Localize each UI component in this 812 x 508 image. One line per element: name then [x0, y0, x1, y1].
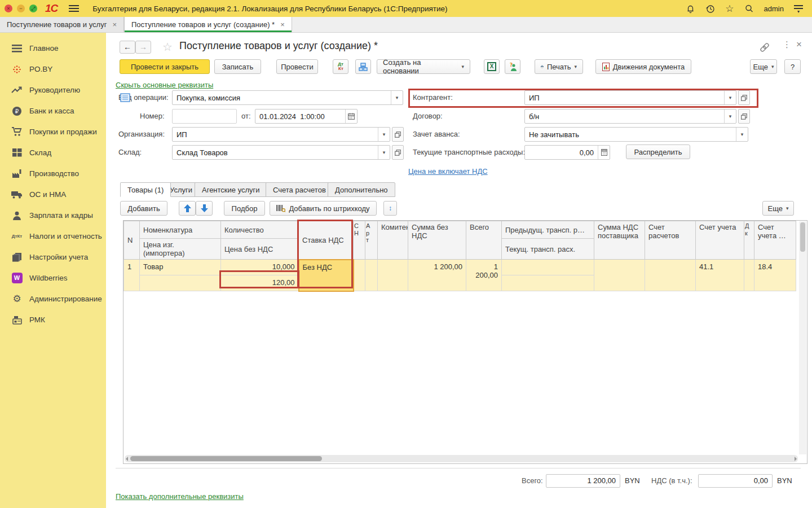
contract-input[interactable]: б/н ▾ [524, 109, 736, 124]
cell-komitent[interactable] [378, 260, 408, 291]
sidebar-item-administrirovanie[interactable]: ⚙ Администрирование [0, 288, 106, 309]
grid-tab-tovary[interactable]: Товары (1) [120, 182, 171, 197]
calendar-icon[interactable] [345, 110, 357, 123]
excel-export-button[interactable]: X [484, 59, 500, 74]
dt-kt-button[interactable]: ДтКт [333, 59, 348, 74]
current-user[interactable]: admin [764, 5, 784, 13]
sidebar-item-pokupki-prodazhi[interactable]: Покупки и продажи [0, 121, 106, 142]
sidebar-item-glavnoe[interactable]: Главное [0, 38, 106, 59]
cell-account[interactable]: 41.1 [696, 260, 744, 291]
cell-total[interactable]: 1 200,00 [466, 260, 502, 291]
tab-receipt-list[interactable]: Поступление товаров и услуг × [0, 17, 124, 32]
grid-more-button[interactable]: Еще ▾ [762, 201, 794, 216]
form-close-icon[interactable]: × [796, 39, 802, 50]
window-close-icon[interactable]: × [5, 5, 12, 12]
sidebar-item-rmk[interactable]: РМК [0, 309, 106, 330]
row-up-button[interactable] [179, 201, 196, 216]
sidebar-item-nalogi[interactable]: Дт Кт Налоги и отчетность [0, 226, 106, 247]
cell-vat-rate-selected[interactable]: Без НДС [299, 260, 354, 291]
grid-pick-button[interactable]: Подбор [224, 201, 265, 216]
organization-input[interactable]: ИП ▾ [172, 127, 390, 142]
nav-forward-button[interactable]: → [135, 41, 151, 54]
tab-close-icon[interactable]: × [112, 20, 117, 29]
sidebar-item-zarplata-kadry[interactable]: Зарплата и кадры [0, 205, 106, 226]
cell-manufacturer-price[interactable] [140, 275, 221, 291]
sidebar-item-sklad[interactable]: Склад [0, 142, 106, 163]
sidebar-item-proizvodstvo[interactable]: Производство [0, 163, 106, 184]
window-zoom-icon[interactable]: ⤢ [29, 5, 37, 12]
sidebar-item-wildberries[interactable]: W Wildberries [0, 268, 106, 288]
cell-sum-no-vat[interactable]: 1 200,00 [408, 260, 466, 291]
show-additional-requisites-link[interactable]: Показать дополнительные реквизиты [116, 492, 244, 501]
cell-prev-transport[interactable] [502, 260, 594, 275]
dropdown-caret-icon[interactable]: ▾ [378, 146, 390, 159]
favorite-star-icon[interactable]: ☆ [162, 40, 173, 54]
favorites-star-icon[interactable]: ☆ [725, 3, 734, 15]
doc-movements-button[interactable]: Движения документа [595, 59, 691, 74]
cell-quantity[interactable]: 10,000 [221, 260, 299, 275]
search-icon[interactable] [744, 4, 754, 14]
dropdown-caret-icon[interactable]: ▾ [724, 91, 736, 104]
print-button[interactable]: Печать ▾ [535, 59, 583, 74]
cell-settlement-account[interactable] [645, 260, 696, 291]
dropdown-caret-icon[interactable]: ▾ [391, 91, 403, 104]
user-menu-icon[interactable]: ▾ [794, 5, 803, 13]
grid-tab-scheta[interactable]: Счета расчетов [266, 182, 333, 197]
cell-n[interactable]: 1 [124, 260, 140, 291]
cell-supplier-vat[interactable] [594, 260, 645, 291]
row-height-button[interactable]: ↕ [383, 201, 397, 216]
consultant-help-button[interactable]: ? [505, 59, 520, 74]
grid-barcode-button[interactable]: Добавить по штрихкоду [270, 201, 377, 216]
warehouse-input[interactable]: Склад Товаров ▾ [172, 145, 390, 160]
cell-price-no-vat[interactable]: 120,00 [221, 275, 299, 291]
main-menu-icon[interactable] [69, 5, 79, 12]
sidebar-item-rukovoditelyu[interactable]: Руководителю [0, 80, 106, 100]
organization-open-button[interactable] [392, 127, 404, 142]
grid-add-button[interactable]: Добавить [120, 201, 167, 216]
calculator-icon[interactable] [598, 146, 610, 159]
cell-dk[interactable] [744, 260, 754, 291]
sidebar-item-os-nma[interactable]: ОС и НМА [0, 184, 106, 205]
number-list-icon[interactable] [120, 93, 130, 102]
cell-sn[interactable] [354, 260, 365, 291]
get-link-icon[interactable] [759, 42, 770, 53]
contractor-input[interactable]: ИП ▾ [524, 90, 736, 105]
dropdown-caret-icon[interactable]: ▾ [378, 128, 390, 141]
grid-tab-dopolnitelno[interactable]: Дополнительно [328, 182, 395, 197]
related-documents-button[interactable] [355, 59, 371, 74]
window-minimize-icon[interactable]: − [17, 5, 25, 12]
nav-back-button[interactable]: ← [120, 41, 135, 54]
operation-select[interactable]: Покупка, комиссия ▾ [172, 90, 403, 105]
hide-requisites-link[interactable]: Скрыть основные реквизиты [116, 81, 213, 89]
vat-mode-link[interactable]: Цена не включает НДС [408, 167, 488, 176]
create-on-basis-button[interactable]: Создать на основании ▾ [377, 59, 470, 74]
grid-tab-agentskie[interactable]: Агентские услуги [195, 182, 267, 197]
contract-open-button[interactable] [738, 109, 750, 124]
sidebar-item-nastroyki[interactable]: Настройки учета [0, 247, 106, 268]
date-input[interactable]: 01.01.2024 1:00:00 [255, 109, 358, 124]
row-down-button[interactable] [196, 201, 213, 216]
distribute-button[interactable]: Распределить [626, 144, 690, 159]
cell-nomenclature[interactable]: Товар [140, 260, 221, 275]
cell-art[interactable] [365, 260, 378, 291]
post-button[interactable]: Провести [276, 59, 318, 74]
history-icon[interactable] [705, 4, 715, 14]
write-button[interactable]: Записать [214, 59, 261, 74]
contractor-open-button[interactable] [738, 90, 750, 105]
kebab-menu-icon[interactable]: ⋮ [783, 40, 791, 50]
dropdown-caret-icon[interactable]: ▾ [736, 128, 748, 141]
vertical-scrollbar[interactable] [799, 221, 806, 454]
post-and-close-button[interactable]: Провести и закрыть [120, 59, 210, 74]
horizontal-scrollbar[interactable] [125, 455, 798, 462]
sidebar-item-poby[interactable]: PO.BY [0, 59, 106, 80]
transport-input[interactable]: 0,00 [524, 145, 610, 160]
more-button[interactable]: Еще ▾ [750, 59, 777, 74]
cell-account2[interactable]: 18.4 [754, 260, 796, 291]
sidebar-item-bank-kassa[interactable]: ₽ Банк и касса [0, 100, 106, 121]
warehouse-open-button[interactable] [392, 145, 404, 160]
tab-receipt-create[interactable]: Поступление товаров и услуг (создание) *… [124, 17, 292, 32]
advance-select[interactable]: Не зачитывать ▾ [524, 127, 748, 142]
cell-cur-transport[interactable] [502, 275, 594, 291]
number-input[interactable] [172, 109, 237, 124]
help-button[interactable]: ? [784, 59, 801, 74]
